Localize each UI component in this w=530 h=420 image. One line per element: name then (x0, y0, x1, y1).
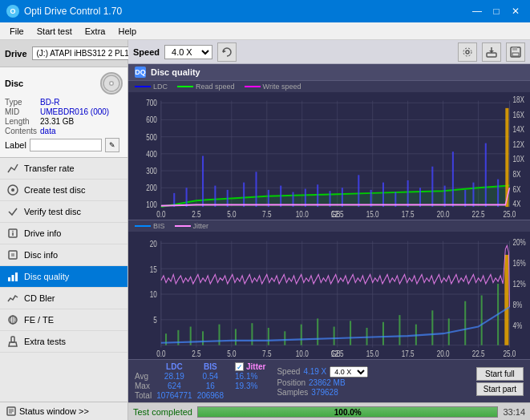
settings-button[interactable] (458, 42, 477, 62)
disc-info-icon (6, 248, 19, 261)
title-bar: O Opti Drive Control 1.70 — □ ✕ (0, 0, 530, 22)
sidebar-item-extra-tests[interactable]: Extra tests (0, 331, 127, 353)
disc-info-grid: Type BD-R MID UMEBDR016 (000) Length 23.… (5, 98, 123, 135)
svg-text:400: 400 (146, 149, 157, 159)
content-area: Speed 4.0 X DQ Disc quality (128, 40, 530, 420)
svg-text:25.0: 25.0 (503, 209, 516, 219)
avg-label: Avg (135, 372, 152, 381)
svg-marker-23 (223, 50, 226, 53)
start-part-button[interactable]: Start part (476, 382, 524, 396)
verify-test-disc-icon (6, 205, 19, 218)
svg-text:20.0: 20.0 (437, 349, 450, 359)
menu-start-test[interactable]: Start test (30, 25, 79, 38)
speed-stat-label: Speed (277, 367, 300, 376)
status-text: Test completed (133, 407, 192, 417)
jitter-stats-col: ✓ Jitter 16.1% 19.3% (235, 362, 265, 400)
total-jitter-empty (235, 391, 265, 400)
svg-rect-95 (382, 183, 384, 207)
verify-test-disc-label: Verify test disc (24, 207, 81, 216)
sidebar-item-cd-bler[interactable]: CD Bler (0, 288, 127, 309)
svg-rect-31 (512, 53, 519, 56)
fe-te-label: FE / TE (24, 315, 54, 325)
status-window-button[interactable]: Status window >> (0, 402, 127, 420)
jitter-checkbox[interactable]: ✓ (235, 362, 244, 371)
svg-rect-160 (399, 315, 400, 345)
svg-rect-80 (186, 188, 188, 207)
app-title: Opti Drive Control 1.70 (24, 6, 122, 17)
export-button[interactable] (482, 42, 501, 62)
svg-text:16X: 16X (513, 110, 525, 119)
write-speed-legend-color (245, 86, 261, 87)
svg-rect-155 (317, 318, 318, 345)
svg-text:8X: 8X (513, 169, 522, 179)
svg-rect-99 (431, 167, 433, 207)
sidebar-item-disc-info[interactable]: Disc info (0, 244, 127, 266)
stats-labels-row1 (135, 362, 152, 371)
svg-rect-153 (284, 331, 285, 345)
read-speed-legend-label: Read speed (196, 83, 235, 91)
menu-file[interactable]: File (3, 25, 30, 38)
drive-info-icon (6, 227, 19, 240)
drive-label: Drive (5, 49, 27, 59)
jitter-checkbox-row: ✓ Jitter (235, 362, 265, 371)
minimize-button[interactable]: — (469, 3, 485, 19)
close-button[interactable]: ✕ (508, 3, 524, 19)
svg-rect-84 (243, 183, 245, 207)
chart2-area: 20 15 10 5 20% 16% 12% 8% 4% 0.0 (128, 232, 530, 359)
svg-text:200: 200 (146, 183, 157, 192)
sidebar-item-fe-te[interactable]: FE / TE (0, 309, 127, 331)
save-button[interactable] (506, 42, 525, 62)
svg-text:16%: 16% (513, 258, 526, 269)
max-jitter: 19.3% (235, 382, 265, 390)
menu-help[interactable]: Help (111, 25, 143, 38)
svg-rect-150 (235, 329, 237, 345)
ldc-legend-label: LDC (153, 83, 168, 91)
samples-row: Samples 379628 (277, 388, 368, 397)
svg-rect-81 (202, 156, 204, 208)
sidebar-item-transfer-rate[interactable]: Transfer rate (0, 158, 127, 180)
svg-rect-82 (214, 186, 216, 208)
toolbar: Speed 4.0 X (128, 40, 530, 64)
label-edit-button[interactable]: ✎ (105, 138, 119, 152)
max-bis: 16 (206, 382, 215, 390)
svg-point-4 (11, 188, 14, 192)
sidebar-item-disc-quality[interactable]: Disc quality (0, 266, 127, 288)
chart1-legend: LDC Read speed Write speed (128, 81, 530, 92)
max-label: Max (135, 382, 152, 390)
maximize-button[interactable]: □ (488, 3, 504, 19)
svg-text:25.0: 25.0 (503, 349, 516, 359)
svg-text:5.0: 5.0 (227, 349, 237, 359)
bis-legend-item: BIS (135, 222, 165, 230)
label-input[interactable] (30, 139, 102, 151)
sidebar-item-create-test-disc[interactable]: Create test disc (0, 180, 127, 201)
svg-text:15.0: 15.0 (366, 349, 379, 359)
svg-rect-105 (497, 180, 499, 207)
svg-point-25 (463, 48, 471, 56)
svg-rect-12 (12, 275, 14, 281)
svg-text:10X: 10X (513, 154, 525, 164)
svg-point-24 (466, 50, 469, 54)
svg-rect-167 (504, 255, 508, 345)
title-bar-left: O Opti Drive Control 1.70 (6, 5, 122, 18)
speed-select[interactable]: 4.0 X (164, 45, 212, 59)
menu-extra[interactable]: Extra (79, 25, 112, 38)
sidebar-item-verify-test-disc[interactable]: Verify test disc (0, 201, 127, 223)
sidebar-item-drive-info[interactable]: Drive info (0, 223, 127, 244)
svg-text:15: 15 (150, 264, 157, 274)
speed-stat-value: 4.19 X (303, 367, 326, 376)
drive-section: Drive (J:) ATAPI iHBS312 2 PL17 ⏏ (0, 40, 127, 67)
nav-items: Transfer rate Create test disc Verify te… (0, 158, 127, 353)
svg-rect-156 (334, 327, 335, 345)
stats-labels-col: Avg Max Total (135, 362, 152, 400)
start-full-button[interactable]: Start full (476, 367, 524, 381)
avg-ldc: 28.19 (164, 372, 184, 381)
disc-quality-label: Disc quality (24, 272, 69, 281)
extra-tests-icon (6, 335, 19, 348)
disc-info-label: Disc info (24, 250, 58, 260)
svg-rect-154 (301, 325, 302, 345)
mid-label: MID (5, 107, 37, 116)
svg-rect-103 (472, 183, 474, 207)
fe-te-icon (6, 313, 19, 326)
speed-stat-select[interactable]: 4.0 X (330, 366, 368, 378)
refresh-button[interactable] (217, 42, 237, 62)
